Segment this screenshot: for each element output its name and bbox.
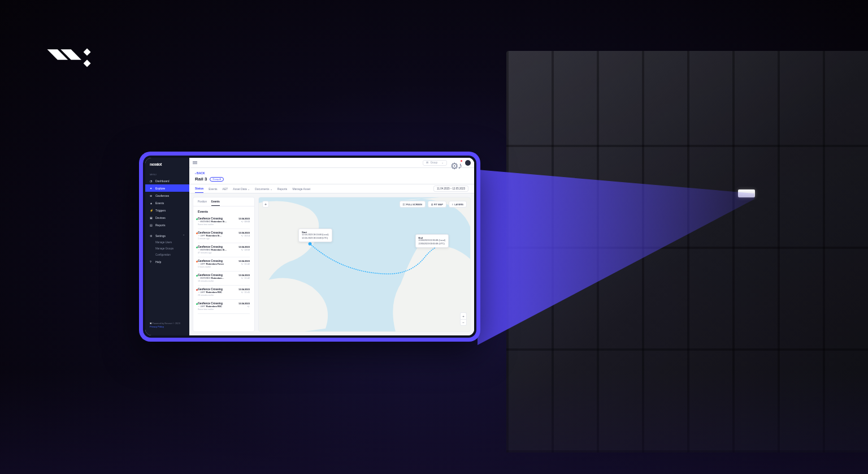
layers-icon: ≡ — [452, 203, 453, 206]
sidebar-item-label: Triggers — [155, 209, 166, 212]
gear-icon: ⚙ — [150, 234, 153, 238]
notifications-icon[interactable]: ♪ — [458, 161, 462, 165]
back-link[interactable]: ‹ BACK — [195, 171, 468, 175]
event-date: 12.04.2023 — [238, 274, 250, 277]
page-header: ‹ BACK Rail 3 Group A — [189, 168, 474, 184]
sidebar-item-geofences[interactable]: ⊕ Geofences — [145, 192, 189, 199]
container-render — [506, 51, 868, 453]
sidebar-sub-manage-groups[interactable]: Manage Groups — [145, 245, 189, 252]
sidebar-footer: ✖ Powered by Nexxiot © 2023 Privacy Poli… — [145, 318, 189, 332]
sidebar: nexxiot MENU ◔ Dashboard ✦ Explore ⊕ Geo… — [145, 158, 189, 335]
sidebar-item-settings[interactable]: ⚙ Settings ˄ — [145, 232, 189, 239]
event-date: 12.04.2023 — [238, 245, 250, 248]
svg-point-3 — [309, 242, 312, 245]
tab-reports[interactable]: Reports — [277, 185, 288, 193]
privacy-link[interactable]: Privacy Policy — [150, 325, 185, 329]
svg-rect-0 — [84, 48, 91, 55]
group-badge[interactable]: Group A — [210, 177, 224, 182]
tab-aet[interactable]: AET — [223, 185, 228, 193]
event-item[interactable]: Geofence Crossing12.04.2023⏱ 11:42←LEFT … — [198, 257, 250, 272]
panel-tab-events[interactable]: Events — [211, 200, 220, 206]
sidebar-item-label: Reports — [155, 223, 166, 227]
event-item[interactable]: Geofence Crossing12.04.2023⏱ 03:03→ENTER… — [198, 215, 250, 229]
sidebar-item-dashboard[interactable]: ◔ Dashboard — [145, 177, 189, 184]
event-since: 5 hours earlier — [198, 266, 250, 268]
event-since: 20 minutes earlier — [198, 294, 250, 296]
sidebar-item-label: Geofences — [155, 194, 169, 197]
fullscreen-icon: ⛶ — [403, 203, 405, 206]
tabs-row: Status Events AET Asset Data ⌄ Documents… — [189, 184, 474, 193]
event-item[interactable]: Geofence Crossing12.04.2023⏱ 11:42→ENTER… — [198, 272, 250, 286]
event-dot-icon — [196, 247, 198, 248]
sidebar-item-label: Settings — [155, 234, 166, 238]
sidebar-item-label: Events — [155, 201, 164, 205]
event-since: Some time earlier — [198, 223, 250, 226]
tab-status[interactable]: Status — [195, 184, 203, 193]
events-list[interactable]: Geofence Crossing12.04.2023⏱ 03:03→ENTER… — [193, 215, 254, 331]
tablet-frame: nexxiot MENU ◔ Dashboard ✦ Explore ⊕ Geo… — [139, 152, 480, 342]
event-date: 12.04.2023 — [238, 217, 250, 220]
report-icon: ▤ — [150, 223, 153, 227]
brand-logo — [44, 44, 106, 74]
help-icon: ? — [150, 260, 153, 264]
zoom-in-button[interactable]: + — [460, 312, 467, 319]
sidebar-item-triggers[interactable]: ⚡ Triggers — [145, 206, 189, 214]
sidebar-item-explore[interactable]: ✦ Explore — [145, 184, 189, 192]
tab-asset-data[interactable]: Asset Data ⌄ — [233, 185, 250, 193]
sidebar-item-reports[interactable]: ▤ Reports — [145, 221, 189, 229]
event-detail: ←LEFT Rotterdam RSC — [198, 305, 250, 308]
event-item[interactable]: Geofence Crossing12.04.2023⏱ 16:14←LEFT … — [198, 229, 250, 243]
event-item[interactable]: Geofence Crossing12.04.2023⏱ ←LEFT Rotte… — [198, 300, 250, 314]
chevron-up-icon: ˄ — [183, 234, 185, 238]
sidebar-item-label: Dashboard — [155, 179, 169, 183]
event-dot-icon — [196, 289, 198, 291]
panel-tab-position[interactable]: Position — [198, 200, 207, 206]
event-time: ⏱ 16:14 — [241, 235, 250, 237]
avatar[interactable] — [465, 160, 471, 166]
map-tooltip-end: End 22/05/2023 02:05:08 (Local) 22/05/20… — [415, 234, 449, 248]
event-date: 12.04.2023 — [238, 260, 250, 262]
settings-icon[interactable]: ⚙ — [450, 161, 454, 165]
layers-button[interactable]: ≡LAYERS — [449, 201, 467, 208]
sidebar-sub-manage-users[interactable]: Manage Users — [145, 239, 189, 245]
add-layer-button[interactable]: + — [262, 201, 269, 208]
chevron-down-icon: ⌄ — [270, 187, 272, 191]
event-dot-icon — [196, 232, 198, 234]
fit-map-button[interactable]: ⊡FIT MAP — [428, 201, 446, 208]
event-time: ⏱ 11:41 — [241, 291, 250, 294]
sidebar-item-label: Explore — [155, 187, 165, 190]
event-time: ⏱ 11:42 — [241, 277, 250, 279]
sidebar-sub-configuration[interactable]: Configuration — [145, 252, 189, 258]
main-area: ⊞ Group ⌄ ⚙ ♪ ‹ BACK Rail 3 Group A Stat… — [189, 158, 474, 335]
event-item[interactable]: Geofence Crossing12.04.2023⏱ 11:41←LEFT … — [198, 286, 250, 300]
device-icon: ▣ — [150, 216, 153, 219]
tab-manage-asset[interactable]: Manage Asset — [292, 185, 310, 193]
event-dot-icon — [196, 218, 198, 220]
event-time: ⏱ 13:59 — [241, 249, 250, 251]
sidebar-item-help[interactable]: ? Help — [145, 258, 189, 265]
map[interactable]: + ⛶FULL SCREEN ⊡FIT MAP ≡LAYERS + − — [258, 197, 471, 332]
sidebar-item-devices[interactable]: ▣ Devices — [145, 214, 189, 221]
date-range-picker[interactable]: 11.04.2023 – 12.05.2023 — [433, 186, 468, 192]
iot-sensor — [738, 189, 755, 197]
tab-documents[interactable]: Documents ⌄ — [255, 185, 272, 193]
compass-icon: ✦ — [150, 187, 153, 190]
event-since: 1 minute ago — [198, 238, 250, 240]
event-dot-icon — [196, 261, 198, 262]
fullscreen-button[interactable]: ⛶FULL SCREEN — [400, 201, 426, 208]
sidebar-section-label: MENU — [145, 171, 189, 177]
event-date: 12.04.2023 — [238, 302, 250, 305]
events-panel: Position Events Events Geofence Crossing… — [193, 197, 255, 332]
event-since: 10 minutes earlier — [198, 280, 250, 282]
chevron-down-icon: ⌄ — [248, 187, 250, 191]
menu-toggle[interactable] — [193, 161, 197, 165]
globe-icon: ⊕ — [150, 194, 153, 197]
tab-events[interactable]: Events — [209, 185, 217, 193]
group-search[interactable]: ⊞ Group ⌄ — [423, 160, 447, 166]
gauge-icon: ◔ — [150, 179, 153, 183]
app-screen: nexxiot MENU ◔ Dashboard ✦ Explore ⊕ Geo… — [145, 158, 474, 335]
zoom-out-button[interactable]: − — [460, 319, 467, 326]
event-since: 47 minutes ago — [198, 252, 250, 254]
sidebar-item-events[interactable]: ▲ Events — [145, 199, 189, 206]
event-item[interactable]: Geofence Crossing12.04.2023⏱ 13:59→ENTER… — [198, 243, 250, 257]
